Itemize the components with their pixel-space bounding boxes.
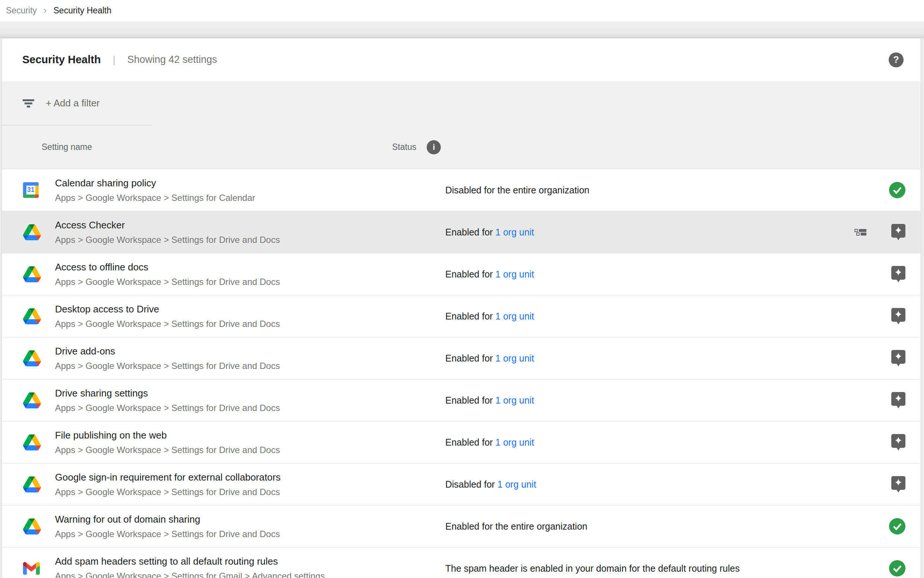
setting-name: Google sign-in requirement for external … <box>55 471 445 484</box>
status-text: Enabled for <box>445 269 495 279</box>
setting-path: Apps > Google Workspace > Settings for D… <box>55 444 445 456</box>
setting-name-cell: Add spam headers setting to all default … <box>55 555 445 578</box>
setting-name-cell: Google sign-in requirement for external … <box>55 471 445 498</box>
setting-row[interactable]: 31 Google sign-in requirement for extern… <box>2 463 921 505</box>
setting-status: Enabled for 1 org unit <box>445 227 854 238</box>
status-ok-check-icon <box>889 560 905 576</box>
help-icon[interactable]: ? <box>889 52 903 67</box>
org-unit-link[interactable]: 1 org unit <box>495 437 534 447</box>
setting-actions-cell <box>854 224 921 241</box>
gmail-icon <box>23 562 40 575</box>
setting-name: Add spam headers setting to all default … <box>55 555 445 568</box>
recommendation-badge-icon[interactable] <box>891 266 905 283</box>
setting-path: Apps > Google Workspace > Settings for D… <box>55 360 445 372</box>
google-drive-icon <box>23 266 41 282</box>
setting-row[interactable]: 31 File publishing on the web Apps > Goo… <box>2 421 921 463</box>
setting-app-icon-cell: 31 <box>2 224 55 240</box>
info-icon[interactable]: i <box>427 140 441 154</box>
status-text: Disabled for <box>445 479 497 489</box>
setting-name-cell: Calendar sharing policy Apps > Google Wo… <box>55 177 445 204</box>
setting-name: Calendar sharing policy <box>55 177 445 189</box>
status-text: The spam header is enabled in your domai… <box>445 563 740 573</box>
setting-actions-cell <box>889 518 921 534</box>
setting-row[interactable]: 31 Desktop access to Drive Apps > Google… <box>2 295 921 337</box>
setting-app-icon-cell: 31 <box>2 518 55 534</box>
google-calendar-icon: 31 <box>23 182 39 198</box>
google-drive-icon <box>23 476 41 492</box>
google-drive-icon <box>23 351 41 366</box>
setting-app-icon-cell: 31 <box>2 434 55 450</box>
calendar-icon-part <box>23 195 35 198</box>
setting-row[interactable]: 31 Access Checker Apps > Google Workspac… <box>2 211 921 253</box>
setting-name-cell: File publishing on the web Apps > Google… <box>55 429 445 456</box>
table-header: Setting name Status i <box>2 125 921 169</box>
filter-bar: + Add a filter <box>2 81 921 125</box>
column-header-setting-name: Setting name <box>2 142 392 152</box>
google-drive-icon <box>23 224 41 240</box>
setting-name: Drive sharing settings <box>55 387 445 399</box>
setting-status: Disabled for the entire organization <box>445 185 889 196</box>
setting-status: Enabled for 1 org unit <box>445 395 891 406</box>
setting-name-cell: Drive sharing settings Apps > Google Wor… <box>55 387 445 414</box>
filter-divider <box>2 125 152 125</box>
settings-card: Security Health | Showing 42 settings ? … <box>2 38 921 578</box>
breadcrumb-security-link[interactable]: Security <box>6 6 37 16</box>
setting-row[interactable]: 31 Access to offline docs Apps > Google … <box>2 253 921 295</box>
setting-status: Enabled for 1 org unit <box>445 437 891 448</box>
page-background-strip <box>0 21 924 38</box>
setting-actions-cell <box>891 434 921 451</box>
google-drive-icon <box>23 518 41 534</box>
setting-actions-cell <box>891 350 921 367</box>
status-text: Enabled for <box>445 227 495 237</box>
recommendation-badge-icon[interactable] <box>891 350 905 367</box>
breadcrumb-chevron-icon: › <box>44 5 47 16</box>
setting-actions-cell <box>891 392 921 409</box>
recommendation-badge-icon[interactable] <box>891 476 905 493</box>
breadcrumb-current-page: Security Health <box>53 6 112 16</box>
setting-name-cell: Drive add-ons Apps > Google Workspace > … <box>55 345 445 372</box>
calendar-icon-part <box>35 195 39 198</box>
org-unit-link[interactable]: 1 org unit <box>495 353 534 364</box>
setting-row[interactable]: 31 Calendar sharing policy Apps > Google… <box>2 169 921 211</box>
recommendation-badge-icon[interactable] <box>891 308 905 325</box>
setting-path: Apps > Google Workspace > Settings for G… <box>55 570 445 578</box>
setting-name: Access to offline docs <box>55 261 445 273</box>
org-unit-link[interactable]: 1 org unit <box>497 479 536 489</box>
card-header: Security Health | Showing 42 settings ? <box>2 38 921 81</box>
info-glyph: i <box>433 143 435 152</box>
status-ok-check-icon <box>889 518 905 534</box>
setting-app-icon-cell: 31 <box>2 351 55 366</box>
setting-row[interactable]: 31 Drive add-ons Apps > Google Workspace… <box>2 337 921 379</box>
org-unit-link[interactable]: 1 org unit <box>495 227 534 237</box>
org-units-list-icon[interactable] <box>854 229 867 236</box>
setting-path: Apps > Google Workspace > Settings for D… <box>55 276 445 288</box>
setting-name: Access Checker <box>55 219 445 231</box>
setting-actions-cell <box>889 560 921 576</box>
setting-actions-cell <box>889 182 921 198</box>
recommendation-badge-icon[interactable] <box>891 434 905 451</box>
setting-path: Apps > Google Workspace > Settings for D… <box>55 486 445 498</box>
setting-row[interactable]: 31 Drive sharing settings Apps > Google … <box>2 379 921 421</box>
setting-app-icon-cell: 31 <box>2 308 55 324</box>
setting-status: The spam header is enabled in your domai… <box>445 563 889 574</box>
setting-row[interactable]: 31 Warning for out of domain sharing App… <box>2 505 921 547</box>
settings-table-body: 31 Calendar sharing policy Apps > Google… <box>2 169 921 578</box>
org-unit-link[interactable]: 1 org unit <box>495 395 534 406</box>
breadcrumb: Security › Security Health <box>0 0 924 21</box>
setting-row[interactable]: 31 Add spam headers setting to all defau… <box>2 547 921 578</box>
org-unit-link[interactable]: 1 org unit <box>495 269 534 279</box>
setting-status: Enabled for 1 org unit <box>445 353 891 364</box>
column-header-status: Status i <box>392 140 441 154</box>
setting-actions-cell <box>891 476 921 493</box>
recommendation-badge-icon[interactable] <box>891 392 905 409</box>
setting-name: Warning for out of domain sharing <box>55 513 445 526</box>
setting-path: Apps > Google Workspace > Settings for D… <box>55 234 445 246</box>
filter-icon <box>23 99 34 107</box>
title-separator: | <box>113 54 115 66</box>
setting-name: Drive add-ons <box>55 345 445 357</box>
org-unit-link[interactable]: 1 org unit <box>495 311 534 321</box>
add-filter-button[interactable]: + Add a filter <box>46 97 100 109</box>
status-text: Enabled for <box>445 395 495 406</box>
setting-actions-cell <box>891 308 921 325</box>
recommendation-badge-icon[interactable] <box>891 224 905 241</box>
